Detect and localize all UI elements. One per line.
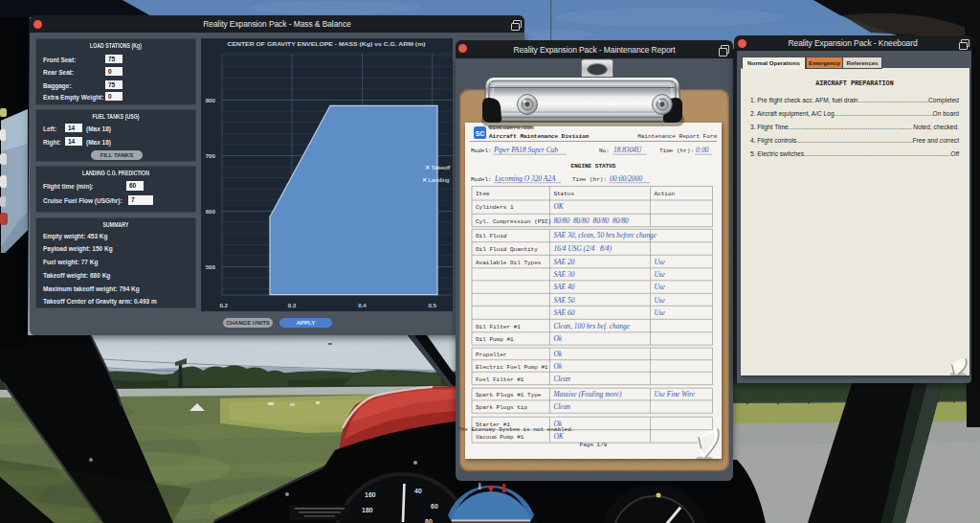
svg-text:Status: Status [553, 191, 574, 197]
svg-text:Propeller: Propeller [476, 352, 507, 358]
svg-text:16/4 USG (2/4 8/4): 16/4 USG (2/4 8/4) [553, 244, 612, 253]
svg-text:Spark Plugs #1 Type: Spark Plugs #1 Type [476, 392, 542, 398]
svg-text:Landing: Landing [429, 176, 451, 183]
svg-text:Electric Fuel Pump #1: Electric Fuel Pump #1 [476, 364, 548, 371]
svg-text:160: 160 [365, 491, 376, 498]
svg-text:Use Fine Wire: Use Fine Wire [655, 390, 696, 398]
svg-text:Use: Use [655, 296, 666, 305]
svg-text:0.4: 0.4 [358, 302, 367, 308]
svg-text:Page 1/8: Page 1/8 [580, 442, 608, 448]
svg-text:0.5: 0.5 [428, 302, 436, 308]
svg-text:180: 180 [362, 507, 373, 513]
svg-text:600: 600 [206, 208, 216, 215]
svg-text:Clean, 100 hrs bef. change: Clean, 100 hrs bef. change [553, 322, 630, 330]
svg-text:The Economy System is not enab: The Economy System is not enabled. [457, 426, 574, 433]
svg-text:Fuel Filter #1: Fuel Filter #1 [476, 376, 524, 383]
svg-text:✕: ✕ [425, 164, 430, 171]
svg-text:80: 80 [425, 518, 433, 523]
svg-text:Action: Action [655, 191, 676, 197]
svg-text:0.2: 0.2 [219, 302, 228, 308]
svg-text:SAE 30: SAE 30 [553, 270, 574, 279]
svg-text:Use: Use [655, 270, 666, 279]
svg-text:SAE 40: SAE 40 [553, 283, 574, 291]
svg-text:80/80 80/80 80/80 80/80: 80/80 80/80 80/80 80/80 [553, 216, 629, 225]
svg-text:Oil Fluid Quantity: Oil Fluid Quantity [476, 246, 538, 253]
svg-text:0.3: 0.3 [288, 302, 297, 308]
svg-text:Ok: Ok [553, 350, 562, 358]
svg-text:Clean: Clean [553, 402, 570, 411]
svg-text:Oil Pump #1: Oil Pump #1 [476, 336, 514, 343]
svg-text:700: 700 [206, 152, 216, 159]
svg-text:Ok: Ok [553, 362, 562, 371]
svg-text:SAE 20: SAE 20 [553, 258, 574, 266]
svg-text:40: 40 [414, 488, 422, 494]
svg-text:SAE 30, clean, 50 hrs before c: SAE 30, clean, 50 hrs before change [553, 231, 657, 239]
svg-text:Available Oil Types: Available Oil Types [476, 260, 542, 266]
svg-text:Takeoff: Takeoff [432, 164, 451, 171]
svg-text:800: 800 [206, 97, 216, 103]
svg-text:Use: Use [655, 258, 666, 266]
svg-text:OK: OK [553, 202, 564, 211]
svg-text:500: 500 [206, 263, 216, 270]
svg-text:✕: ✕ [422, 176, 427, 183]
svg-text:Massive (Fouling more): Massive (Fouling more) [552, 390, 622, 398]
svg-text:Oil Fluid: Oil Fluid [476, 233, 507, 239]
svg-text:Oil Filter #1: Oil Filter #1 [476, 324, 521, 330]
svg-text:OK: OK [553, 432, 564, 441]
svg-text:Clean: Clean [553, 375, 570, 383]
svg-text:Cylinders 1: Cylinders 1 [476, 204, 514, 211]
svg-text:SAE 60: SAE 60 [553, 308, 574, 317]
svg-text:CENTER OF GRAVITY ENVELOPE - M: CENTER OF GRAVITY ENVELOPE - MASS (Kg) v… [228, 40, 426, 47]
svg-text:SAE 50: SAE 50 [553, 296, 574, 305]
svg-text:Use: Use [655, 308, 666, 317]
svg-text:Cyl. Compression (PSI): Cyl. Compression (PSI) [476, 218, 551, 225]
svg-text:60: 60 [431, 503, 438, 510]
svg-text:Ok: Ok [553, 334, 562, 343]
svg-text:Vacuum Pump #1: Vacuum Pump #1 [476, 434, 524, 441]
svg-text:Item: Item [476, 191, 490, 197]
svg-text:Use: Use [655, 283, 666, 291]
svg-text:Spark Plugs tip: Spark Plugs tip [476, 404, 527, 411]
